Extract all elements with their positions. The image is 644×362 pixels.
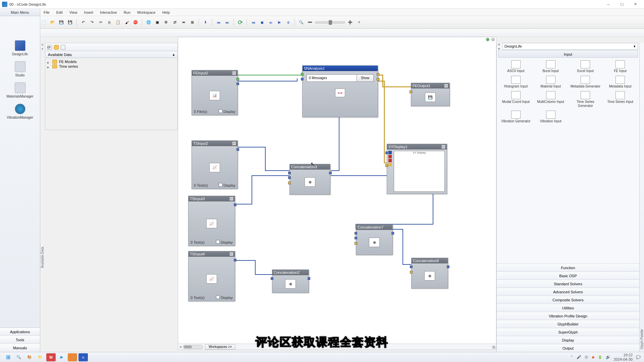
taskbar-explorer-icon[interactable]: 📁	[36, 353, 45, 361]
sidebar-tools[interactable]: Tools	[0, 336, 40, 344]
glyph-menu-icon[interactable]: ▭	[444, 84, 448, 88]
glyph-feinput2[interactable]: FEInput2▭ 📊 0 File(s) Display	[192, 70, 238, 115]
palette-category-display[interactable]: Display	[497, 336, 639, 344]
glyph-menu-icon[interactable]: ▭	[229, 252, 233, 256]
palette-item-burst-input[interactable]: Burst Input	[534, 60, 568, 74]
toolbar-layout-icon[interactable]: ⊞	[189, 19, 196, 26]
scroll-left-icon[interactable]: ◂	[179, 345, 181, 349]
avail-pin-icon[interactable]: ▾	[42, 47, 43, 51]
taskbar-app2-icon[interactable]	[68, 353, 77, 361]
palette-category-standard-solvers[interactable]: Standard Solvers	[497, 280, 639, 288]
canvas-hscrollbar[interactable]	[183, 345, 203, 349]
palette-item-metadata-generator[interactable]: Metadata Generator	[569, 75, 603, 89]
sidebar-item-designlife[interactable]: DesignLife	[0, 38, 40, 59]
toolbar-save-icon[interactable]: 💾	[58, 19, 65, 26]
avail-toggle-icon[interactable]: ⟳	[47, 45, 52, 50]
tray-mic-icon[interactable]: 🎤	[577, 355, 581, 359]
palette-category-basic-dsp[interactable]: Basic DSP	[497, 272, 639, 280]
avail-grid-icon[interactable]	[61, 45, 65, 50]
taskbar-app1-icon[interactable]: 🎨	[25, 353, 34, 361]
toolbar-play-icon[interactable]: ▶	[276, 19, 283, 26]
palette-item-ascii-input[interactable]: ASCII Input	[499, 60, 533, 74]
sidebar-applications[interactable]: Applications	[0, 328, 40, 336]
toolbar-undo-icon[interactable]: ↶	[79, 19, 87, 26]
toolbar-new-icon[interactable]: 📄	[40, 19, 48, 26]
palette-item-multicolumn-input[interactable]: MultiColumn Input	[534, 90, 568, 109]
palette-item-histogram-input[interactable]: Histogram Input	[499, 75, 533, 89]
tree-item-fe-models[interactable]: ▸ FE Models	[47, 59, 175, 64]
toolbar-zoomin-icon[interactable]: ➕	[346, 19, 354, 26]
palette-category-utilities[interactable]: Utilities	[497, 304, 639, 312]
resize-handle-icon[interactable]	[492, 346, 495, 349]
taskbar-search-icon[interactable]: 🔍	[14, 353, 23, 361]
toolbar-cut-icon[interactable]: ✂	[97, 19, 104, 26]
zoom-slider[interactable]	[315, 21, 345, 23]
palette-category-glyphbuilder[interactable]: GlyphBuilder	[497, 320, 639, 328]
avail-collapse-icon[interactable]: ▴	[173, 52, 175, 57]
glyph-menu-icon[interactable]: ▭	[232, 141, 236, 145]
toolbar-stop-icon[interactable]: ⏹	[258, 19, 266, 26]
expand-icon[interactable]: ▸	[47, 65, 50, 68]
taskbar-clock[interactable]: 18:22 2024-04-30	[614, 353, 633, 361]
tree-item-time-series[interactable]: ▸ Time series	[47, 64, 175, 69]
palette-category-advanced-solvers[interactable]: Advanced Solvers	[497, 288, 639, 296]
tray-lang-icon[interactable]: ㊥	[585, 355, 588, 360]
glyph-palette-tab[interactable]: Glyph Palette	[639, 43, 644, 352]
glyph-tsinput2[interactable]: TSInput2▭ 📈 0 Test(s)Display	[192, 140, 238, 189]
glyph-concatenation7[interactable]: Concatenation7 ⊕	[356, 224, 393, 255]
toolbar-gear-icon[interactable]: ⚙	[162, 19, 170, 26]
glyph-concatenation8[interactable]: Concatenation8 ⊕	[411, 258, 448, 289]
menu-run[interactable]: Run	[120, 10, 134, 15]
glyph-menu-icon[interactable]: ▭	[232, 71, 236, 75]
display-checkbox[interactable]	[219, 109, 222, 113]
palette-category-composite-solvers[interactable]: Composite Solvers	[497, 296, 639, 304]
glyph-tsinput4[interactable]: TSInput4▭ 📈 0 Test(s)Display	[188, 251, 235, 301]
menu-view[interactable]: View	[66, 10, 81, 15]
toolbar-down-icon[interactable]: ⬇	[202, 19, 209, 26]
tray-volume-icon[interactable]: 🔊	[606, 355, 610, 359]
taskbar-wps-icon[interactable]: W	[46, 353, 56, 361]
display-checkbox[interactable]	[219, 183, 222, 187]
palette-selector[interactable]: DesignLife ▾	[502, 43, 638, 50]
glyph-concatenation3[interactable]: Concatenation3 ⊕	[289, 164, 330, 195]
expand-icon[interactable]: ▸	[47, 60, 50, 63]
sidebar-manuals[interactable]: Manuals	[0, 344, 40, 352]
display-checkbox[interactable]	[216, 295, 220, 299]
menu-interactive[interactable]: Interactive	[97, 10, 120, 15]
toolbar-redo-icon[interactable]: ↷	[88, 19, 96, 26]
close-button[interactable]: ✕	[629, 1, 642, 8]
workflow-canvas[interactable]: FEInput2▭ 📊 0 File(s) Display SNAnalysis…	[178, 37, 496, 350]
palette-item-vibration-generator[interactable]: Vibration Generator	[499, 110, 533, 124]
toolbar-globe-icon[interactable]: 🌐	[145, 19, 152, 26]
available-data-tab[interactable]: Available Data	[40, 244, 45, 271]
tray-battery-icon[interactable]: 🔋	[598, 355, 602, 359]
show-button[interactable]: Show	[357, 74, 374, 82]
avail-folder-icon[interactable]	[54, 45, 59, 50]
toolbar-paste-icon[interactable]: 📋	[114, 19, 122, 26]
toolbar-zoomout-icon[interactable]: ➖	[306, 19, 314, 26]
toolbar-step-icon[interactable]: ⏯	[267, 19, 274, 26]
glyph-menu-icon[interactable]: ▭	[229, 197, 233, 201]
palette-item-time-series-input[interactable]: Time Series Input	[603, 90, 637, 109]
display-checkbox[interactable]	[216, 240, 220, 244]
palette-category-superglyph[interactable]: SuperGlyph	[497, 328, 639, 336]
maximize-button[interactable]: ▢	[615, 1, 629, 8]
toolbar-saveall-icon[interactable]: 💾	[66, 19, 74, 26]
menu-insert[interactable]: Insert	[80, 10, 97, 15]
palette-item-metadata-input[interactable]: Metadata Input	[603, 75, 637, 89]
glyph-tsinput3[interactable]: TSInput3▭ 📈 0 Test(s)Display	[188, 196, 235, 246]
tray-app-icon[interactable]: ◆	[592, 355, 594, 359]
palette-item-fe-input[interactable]: FE Input	[603, 60, 637, 74]
toolbar-box-icon[interactable]: ▣	[154, 19, 161, 26]
toolbar-copy-icon[interactable]: ⎘	[106, 19, 113, 26]
toolbar-zoom-icon[interactable]: 🔍	[298, 19, 305, 26]
palette-item-time-series-generator[interactable]: Time Series Generator	[569, 90, 603, 109]
menu-file[interactable]: File	[40, 10, 53, 15]
palette-item-modal-coord-input[interactable]: Modal Coord Input	[499, 90, 533, 109]
palette-pin-icon[interactable]: ▾	[498, 47, 500, 51]
glyph-menu-icon[interactable]: ▭	[441, 145, 445, 149]
toolbar-run-icon[interactable]: ⟳	[236, 19, 244, 26]
toolbar-unlink-icon[interactable]: ⇹	[180, 19, 187, 26]
glyph-concatenation2[interactable]: Concatenation2 ⊕	[272, 269, 309, 293]
toolbar-brush-icon[interactable]: 🖌	[123, 19, 130, 26]
